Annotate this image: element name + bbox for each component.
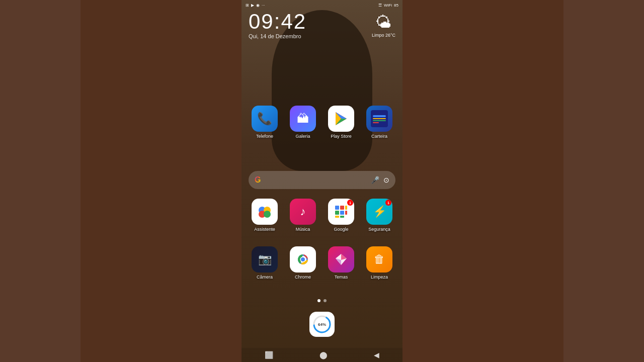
- limpeza-icon: 🗑: [366, 246, 392, 273]
- svg-point-25: [301, 257, 305, 261]
- google-grid-svg: [333, 204, 349, 220]
- themes-svg: [333, 251, 350, 268]
- status-bar: ⊞ ▶ ◉ ··· ☰ WiFi 85: [242, 0, 403, 10]
- app-row-2: Assistente ♪ Música 1: [242, 199, 403, 234]
- musica-label: Música: [296, 227, 310, 232]
- seguranca-label: Segurança: [368, 227, 390, 232]
- left-panel: [80, 0, 242, 362]
- assistant-svg: [256, 203, 273, 220]
- google-label: Google: [334, 227, 348, 232]
- app-telefone[interactable]: 📞 Telefone: [249, 106, 281, 139]
- galeria-label: Galeria: [295, 134, 310, 139]
- battery-circle: 64%: [312, 314, 332, 334]
- telefone-label: Telefone: [256, 134, 273, 139]
- status-icon-3: ◉: [256, 3, 260, 8]
- battery-percent-text: 64%: [318, 322, 326, 327]
- camera-icon: 📷: [252, 246, 278, 273]
- playstore-icon: [328, 106, 354, 132]
- app-assistente[interactable]: Assistente: [249, 199, 281, 232]
- camera-label: Câmera: [257, 275, 273, 280]
- lens-icon[interactable]: ⊙: [383, 176, 389, 184]
- wifi-icon: WiFi: [384, 3, 392, 8]
- seguranca-icon: 1 ⚡: [366, 199, 392, 225]
- weather-icon: 🌤: [375, 13, 391, 32]
- date-display: Qui, 14 de Dezembro: [249, 33, 306, 39]
- app-chrome[interactable]: Chrome: [287, 246, 319, 280]
- app-galeria[interactable]: 🏔 Galeria: [287, 106, 319, 139]
- nav-circle-btn[interactable]: ⬤: [319, 351, 328, 359]
- app-row-first: 📞 Telefone 🏔 Galeria: [242, 106, 403, 139]
- nav-bar: ⬜ ⬤ ◀: [242, 348, 403, 362]
- app-carteira[interactable]: Carteira: [363, 106, 395, 139]
- app-google[interactable]: 1 Google: [325, 199, 357, 232]
- app-musica[interactable]: ♪ Música: [287, 199, 319, 232]
- playstore-label: Play Store: [331, 134, 352, 139]
- svg-rect-20: [340, 216, 344, 218]
- svg-rect-8: [373, 122, 379, 123]
- app-row-3: 📷 Câmera: [242, 246, 403, 282]
- google-badge: 1: [347, 200, 353, 206]
- status-right-icons: ☰ WiFi 85: [378, 3, 398, 8]
- temas-label: Temas: [335, 275, 348, 280]
- svg-rect-5: [373, 115, 386, 117]
- app-row-third: 📷 Câmera: [242, 246, 403, 280]
- svg-rect-13: [335, 206, 339, 210]
- google-icon: 1: [328, 199, 354, 225]
- svg-rect-14: [340, 206, 344, 210]
- right-panel: [403, 0, 564, 362]
- app-seguranca[interactable]: 1 ⚡ Segurança: [363, 199, 395, 232]
- app-camera[interactable]: 📷 Câmera: [249, 246, 281, 280]
- weather-block: 🌤 Limpo 26°C: [372, 13, 395, 38]
- battery-level: 85: [394, 3, 398, 8]
- svg-rect-6: [373, 118, 386, 119]
- status-icon-2: ▶: [251, 3, 254, 8]
- security-badge: 1: [385, 200, 391, 206]
- wallet-svg: [371, 110, 388, 127]
- svg-rect-16: [335, 211, 339, 215]
- status-icon-1: ⊞: [246, 3, 249, 8]
- assistente-icon: [252, 199, 278, 225]
- mic-icon[interactable]: 🎤: [371, 176, 379, 184]
- weather-description: Limpo 26°C: [372, 33, 395, 38]
- status-left-icons: ⊞ ▶ ◉ ···: [246, 3, 265, 8]
- app-row-1: 📞 Telefone 🏔 Galeria: [242, 106, 403, 141]
- page-dots: [317, 299, 327, 302]
- app-row-second: Assistente ♪ Música 1: [242, 199, 403, 232]
- chrome-icon: [290, 246, 316, 273]
- search-bar[interactable]: G 🎤 ⊙: [249, 171, 395, 189]
- battery-icon: ☰: [378, 3, 382, 8]
- battery-widget[interactable]: 64%: [309, 312, 335, 337]
- svg-rect-7: [373, 120, 386, 121]
- nav-home-btn[interactable]: ⬜: [265, 351, 273, 359]
- assistente-label: Assistente: [254, 227, 275, 232]
- time-block: 09:42 Qui, 14 de Dezembro: [249, 11, 306, 39]
- nav-back-btn[interactable]: ◀: [374, 351, 379, 359]
- svg-rect-18: [345, 211, 347, 215]
- app-limpeza[interactable]: 🗑 Limpeza: [363, 246, 395, 280]
- status-icon-4: ···: [262, 3, 265, 8]
- time-display: 09:42: [249, 11, 306, 32]
- chrome-label: Chrome: [295, 275, 311, 280]
- app-temas[interactable]: Temas: [325, 246, 357, 280]
- carteira-icon: [366, 106, 392, 132]
- svg-point-12: [264, 211, 271, 218]
- dot-1[interactable]: [317, 299, 320, 302]
- musica-icon: ♪: [290, 199, 316, 225]
- carteira-label: Carteira: [371, 134, 387, 139]
- telefone-icon: 📞: [252, 106, 278, 132]
- svg-rect-15: [345, 206, 347, 210]
- playstore-svg: [333, 110, 350, 127]
- app-playstore[interactable]: Play Store: [325, 106, 357, 139]
- galeria-icon: 🏔: [290, 106, 316, 132]
- google-g-logo: G: [255, 175, 261, 185]
- dot-2[interactable]: [324, 299, 327, 302]
- svg-rect-17: [340, 211, 344, 215]
- svg-rect-19: [335, 216, 339, 218]
- limpeza-label: Limpeza: [371, 275, 388, 280]
- temas-icon: [328, 246, 354, 273]
- time-weather-widget: 09:42 Qui, 14 de Dezembro 🌤 Limpo 26°C: [242, 11, 403, 39]
- chrome-svg: [294, 251, 311, 268]
- phone-screen: ⊞ ▶ ◉ ··· ☰ WiFi 85 09:42 Qui, 14 de Dez…: [242, 0, 403, 362]
